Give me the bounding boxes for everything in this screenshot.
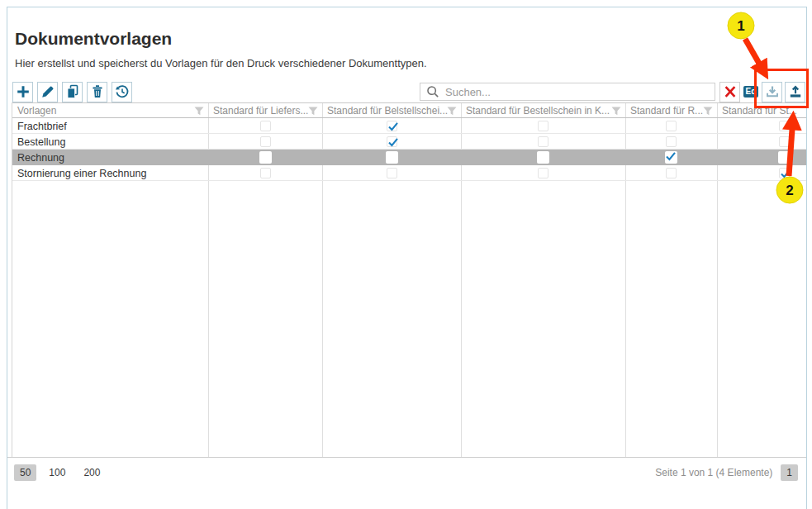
checkbox-unchecked (259, 151, 272, 164)
download-icon (764, 83, 781, 100)
column-header[interactable]: Vorlagen (12, 103, 208, 118)
filter-funnel-icon[interactable] (194, 107, 204, 116)
checkbox-checked (387, 121, 397, 131)
page-size-button-200[interactable]: 200 (78, 464, 106, 481)
search-input[interactable] (445, 86, 710, 98)
add-button[interactable] (12, 82, 33, 102)
standard-check-cell[interactable] (625, 165, 717, 181)
checkbox-checked (665, 151, 677, 164)
page-size-button-50[interactable]: 50 (14, 464, 36, 481)
filter-funnel-icon[interactable] (308, 107, 318, 116)
clear-filter-button[interactable] (719, 82, 740, 102)
template-name-cell: Rechnung (12, 150, 208, 165)
standard-check-cell[interactable] (461, 150, 625, 165)
checkmark-icon (387, 136, 399, 148)
checkbox-unchecked (538, 121, 548, 131)
standard-check-cell[interactable] (625, 134, 717, 150)
upload-icon (787, 83, 804, 100)
standard-check-cell[interactable] (717, 165, 806, 181)
column-header[interactable]: Standard für Belstellschei... (322, 103, 461, 118)
checkbox-unchecked (666, 121, 677, 131)
page-title: Dokumentvorlagen (15, 29, 172, 49)
column-header[interactable]: Standard für R... (625, 103, 717, 118)
column-header-label: Standard für Bestellschein in K... (466, 105, 610, 117)
template-name-cell: Stornierung einer Rechnung (12, 165, 208, 181)
column-header[interactable]: Standard für St... (717, 103, 806, 118)
checkbox-unchecked (538, 136, 548, 147)
search-icon (425, 84, 440, 99)
search-box (420, 83, 715, 101)
history-icon (114, 83, 131, 100)
table-row[interactable]: Rechnung (12, 150, 806, 165)
standard-check-cell[interactable] (717, 118, 806, 134)
standard-check-cell[interactable] (322, 134, 461, 150)
standard-check-cell[interactable] (717, 134, 806, 150)
checkbox-unchecked (666, 136, 677, 147)
column-header-label: Standard für St... (722, 105, 797, 117)
checkbox-unchecked (260, 168, 271, 178)
template-name-cell: Frachtbrief (12, 118, 208, 134)
table-row[interactable]: Stornierung einer Rechnung (12, 165, 806, 181)
standard-check-cell[interactable] (461, 165, 625, 181)
table-header-row: VorlagenStandard für Liefers...Standard … (12, 102, 806, 118)
clear-filter-icon (723, 84, 738, 99)
filter-funnel-icon[interactable] (447, 107, 457, 116)
checkbox-unchecked (779, 121, 790, 131)
delete-button[interactable] (87, 82, 107, 102)
standard-check-cell[interactable] (625, 150, 717, 165)
standard-check-cell[interactable] (322, 165, 461, 181)
standard-check-cell[interactable] (625, 118, 717, 134)
checkbox-unchecked (537, 151, 549, 164)
table-row[interactable]: Frachtbrief (12, 118, 806, 134)
filter-funnel-icon[interactable] (703, 107, 713, 116)
edit-button[interactable] (37, 82, 58, 102)
toolbar-right-group: Eq (420, 82, 805, 102)
checkbox-unchecked (538, 168, 548, 178)
standard-check-cell[interactable] (322, 118, 461, 134)
history-button[interactable] (112, 82, 132, 102)
checkbox-unchecked (779, 136, 790, 147)
checkmark-icon (665, 150, 677, 162)
toolbar-left-group (12, 82, 132, 102)
column-header-label: Standard für R... (630, 105, 703, 117)
column-header[interactable]: Standard für Bestellschein in K... (461, 103, 625, 118)
checkbox-unchecked (260, 136, 271, 147)
standard-check-cell[interactable] (208, 118, 322, 134)
checkmark-icon (387, 121, 399, 132)
page-info-group: Seite 1 von 1 (4 Elemente) 1 (655, 464, 798, 481)
standard-check-cell[interactable] (717, 150, 806, 165)
add-icon (15, 83, 31, 100)
filter-editor-icon: Eq (743, 86, 759, 98)
column-header-label: Standard für Belstellschei... (327, 105, 448, 117)
template-name-cell: Bestellung (12, 134, 208, 150)
dokumentvorlagen-panel: Dokumentvorlagen Hier erstellst und spei… (7, 7, 807, 509)
copy-button[interactable] (62, 82, 83, 102)
standard-check-cell[interactable] (322, 150, 461, 165)
standard-check-cell[interactable] (461, 118, 625, 134)
templates-table: VorlagenStandard für Liefers...Standard … (12, 102, 806, 457)
copy-icon (64, 83, 81, 100)
filter-editor-button[interactable]: Eq (743, 83, 759, 101)
checkbox-checked (779, 168, 790, 178)
page-size-button-100[interactable]: 100 (43, 464, 71, 481)
table-row[interactable]: Bestellung (12, 134, 806, 150)
page-info-text: Seite 1 von 1 (4 Elemente) (655, 467, 772, 478)
column-header[interactable]: Standard für Liefers... (208, 103, 322, 118)
standard-check-cell[interactable] (208, 134, 322, 150)
checkbox-unchecked (260, 121, 271, 131)
standard-check-cell[interactable] (208, 150, 322, 165)
download-button[interactable] (762, 82, 782, 102)
delete-icon (89, 83, 106, 100)
edit-icon (40, 83, 56, 100)
standard-check-cell[interactable] (461, 134, 625, 150)
checkbox-unchecked (778, 151, 791, 164)
column-header-label: Vorlagen (17, 105, 56, 117)
page-subtitle: Hier erstellst und speicherst du Vorlage… (15, 57, 427, 69)
toolbar: Eq (12, 81, 805, 102)
standard-check-cell[interactable] (208, 165, 322, 181)
filter-funnel-icon[interactable] (611, 107, 621, 116)
column-header-label: Standard für Liefers... (213, 105, 308, 117)
checkbox-unchecked (387, 168, 397, 178)
upload-button[interactable] (785, 82, 805, 102)
current-page-button[interactable]: 1 (781, 464, 798, 481)
